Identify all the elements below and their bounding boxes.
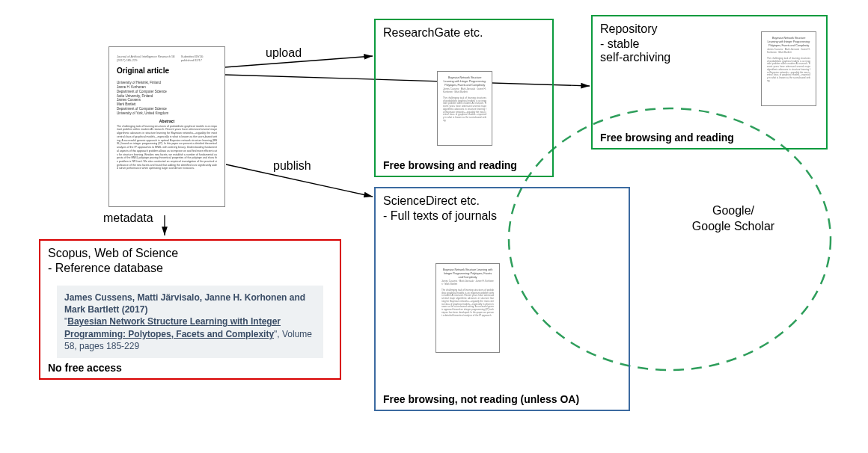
diagram-stage: upload publish metadata Journal of Artif…	[0, 0, 868, 453]
ref-authors: James Cussens, Matti Järvisalo, Janne H.…	[64, 292, 305, 315]
scopus-box: Scopus, Web of Science - Reference datab…	[39, 239, 341, 380]
sciencedirect-thumbnail: Bayesian Network Structure Learning with…	[435, 263, 500, 353]
researchgate-thumbnail: Bayesian Network Structure Learning with…	[437, 71, 492, 146]
sciencedirect-title: ScienceDirect etc.	[383, 194, 621, 208]
sciencedirect-subtitle: - Full texts of journals	[383, 209, 621, 223]
page-header-left: Journal of Artificial Intelligence Resea…	[117, 55, 181, 62]
researchgate-caption: Free browsing and reading	[383, 159, 517, 171]
abstract-heading: Abstract	[117, 119, 217, 123]
sciencedirect-box: ScienceDirect etc. - Full texts of journ…	[374, 187, 630, 411]
scopus-title: Scopus, Web of Science	[48, 247, 332, 260]
repository-box: Repository - stable self-archiving Bayes…	[591, 15, 828, 150]
label-upload: upload	[266, 46, 302, 60]
scopus-caption: No free access	[48, 362, 122, 374]
scopus-reference: James Cussens, Matti Järvisalo, Janne H.…	[57, 286, 323, 358]
repository-thumbnail: Bayesian Network Structure Learning with…	[761, 31, 816, 106]
researchgate-box: ResearchGate etc. Bayesian Network Struc…	[374, 19, 554, 177]
repository-caption: Free browsing and reading	[600, 132, 734, 144]
abstract-body: The challenging task of learning structu…	[117, 125, 217, 170]
label-metadata: metadata	[103, 212, 153, 225]
ref-paper-title: Bayesian Network Structure Learning with…	[64, 316, 281, 339]
scopus-subtitle: - Reference database	[48, 262, 332, 275]
original-article-label: Original article	[117, 67, 217, 75]
label-publish: publish	[273, 159, 311, 173]
researchgate-title: ResearchGate etc.	[383, 26, 545, 40]
original-article-box: Journal of Artificial Intelligence Resea…	[109, 46, 225, 207]
page-authors: University of Helsinki, Finland Janne H.…	[117, 81, 217, 116]
google-label: Google/ Google Scholar	[681, 203, 786, 235]
google-line2: Google Scholar	[681, 219, 786, 235]
sciencedirect-caption: Free browsing, not reading (unless OA)	[383, 393, 579, 405]
google-line1: Google/	[681, 203, 786, 219]
page-header-right: Submitted 09/16; published 02/17	[181, 55, 217, 62]
